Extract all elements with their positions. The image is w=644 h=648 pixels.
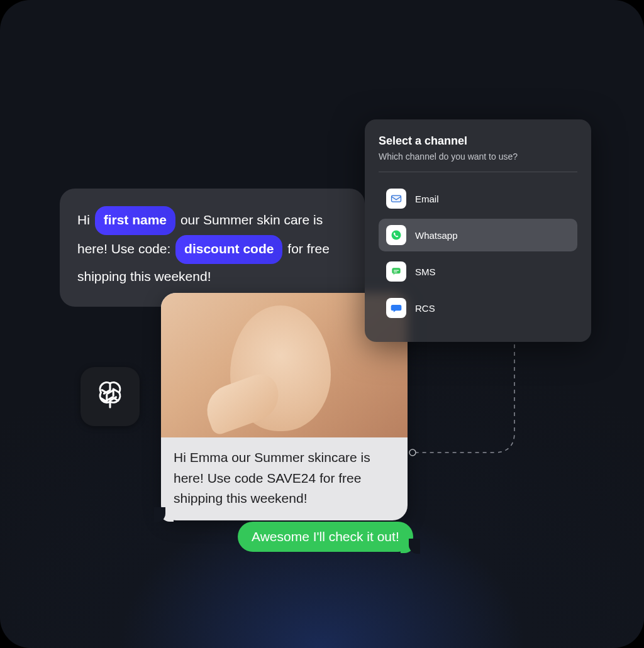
svg-rect-5 (394, 272, 397, 272)
svg-rect-1 (392, 195, 401, 202)
sms-icon (386, 261, 406, 282)
channel-label: SMS (415, 266, 436, 277)
channel-selector-panel: Select a channel Which channel do you wa… (365, 119, 591, 342)
channel-label: Whatsapp (415, 230, 458, 241)
channel-option-whatsapp[interactable]: Whatsapp (379, 219, 577, 251)
connector-line (408, 344, 546, 464)
rcs-icon (386, 298, 406, 318)
bubble-tail (160, 508, 174, 522)
merge-field-first-name[interactable]: first name (95, 206, 175, 235)
channel-option-email[interactable]: Email (379, 182, 577, 215)
svg-rect-4 (394, 270, 399, 271)
ai-provider-badge (80, 367, 140, 426)
whatsapp-icon (386, 225, 406, 245)
message-template-card: Hi first name our Summer skin care is he… (60, 189, 365, 307)
panel-title: Select a channel (379, 135, 577, 148)
message-caption: Hi Emma our Summer skincare is here! Use… (161, 437, 408, 520)
bubble-tail (401, 539, 414, 553)
channel-label: RCS (415, 303, 435, 314)
email-icon (386, 189, 406, 209)
merge-field-discount-code[interactable]: discount code (175, 235, 282, 264)
svg-point-2 (392, 231, 401, 240)
channel-option-rcs[interactable]: RCS (379, 292, 577, 324)
openai-icon (94, 379, 126, 414)
canvas: Hi first name our Summer skin care is he… (0, 0, 644, 648)
svg-point-0 (409, 449, 416, 456)
reply-text: Awesome I'll check it out! (252, 529, 399, 544)
channel-label: Email (415, 194, 439, 204)
reply-bubble: Awesome I'll check it out! (238, 522, 413, 552)
template-text: Hi (77, 212, 94, 227)
panel-subtitle: Which channel do you want to use? (379, 151, 577, 172)
channel-option-sms[interactable]: SMS (379, 255, 577, 288)
